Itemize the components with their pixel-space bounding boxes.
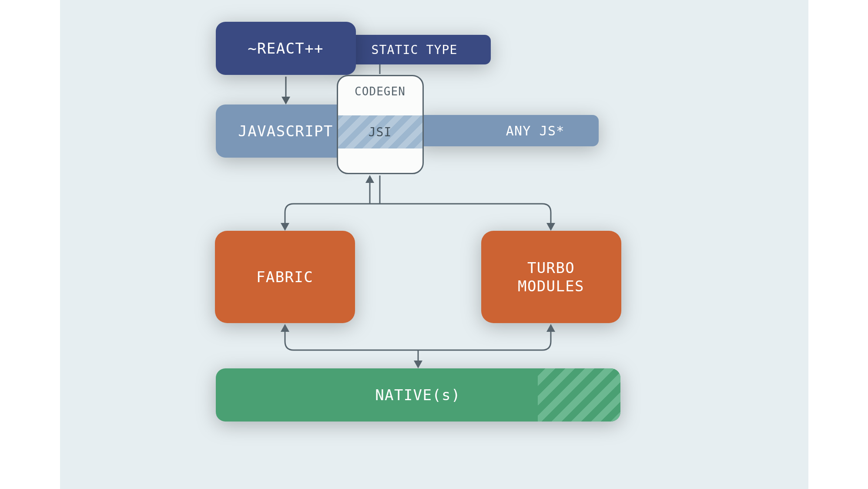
node-react-pp: ~REACT++	[216, 22, 356, 75]
codegen-label: CODEGEN	[338, 85, 422, 98]
arrow-fabric-turbo-to-native	[281, 324, 555, 368]
node-react-pp-label: ~REACT++	[248, 40, 324, 57]
node-javascript: JAVASCRIPT	[216, 105, 356, 158]
node-native-label: NATIVE(s)	[375, 386, 460, 404]
node-javascript-label: JAVASCRIPT	[238, 122, 333, 140]
svg-marker-11	[414, 361, 422, 368]
node-native: NATIVE(s)	[216, 368, 620, 422]
jsi-label: JSI	[369, 125, 392, 139]
node-jsi: JSI	[338, 115, 422, 148]
svg-marker-8	[281, 324, 289, 332]
node-turbo-modules: TURBO MODULES	[481, 231, 621, 323]
native-stripe	[538, 368, 620, 422]
node-fabric-label: FABRIC	[256, 268, 313, 286]
node-static-type-label: STATIC TYPE	[372, 43, 458, 57]
node-fabric: FABRIC	[215, 231, 355, 323]
node-codegen: CODEGEN JSI	[337, 75, 424, 174]
diagram-panel: ~REACT++ STATIC TYPE JAVASCRIPT ANY JS* …	[60, 0, 808, 489]
svg-marker-5	[365, 175, 374, 183]
page: ~REACT++ STATIC TYPE JAVASCRIPT ANY JS* …	[0, 0, 868, 489]
svg-marker-6	[281, 223, 289, 231]
node-any-js: ANY JS*	[417, 115, 599, 146]
svg-marker-1	[282, 97, 290, 105]
node-static-type: STATIC TYPE	[338, 35, 491, 64]
arrow-up-to-codegen-left	[365, 175, 374, 204]
arrow-react-to-js	[282, 77, 290, 105]
node-any-js-label: ANY JS*	[506, 123, 565, 138]
node-turbo-modules-label: TURBO MODULES	[518, 259, 584, 296]
svg-marker-9	[546, 324, 555, 332]
arrow-bus-split	[281, 204, 555, 231]
svg-marker-7	[546, 223, 555, 231]
